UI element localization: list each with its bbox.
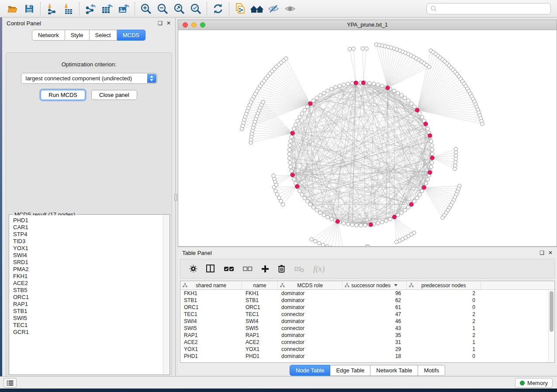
cell-predecessor-nodes[interactable]: 2 (407, 332, 481, 339)
cell-shared-name[interactable]: SWI5 (180, 325, 242, 332)
graph-node[interactable] (311, 99, 315, 102)
search-input[interactable] (437, 4, 550, 13)
column-header-name[interactable]: name (242, 281, 278, 289)
cell-predecessor-nodes[interactable]: 1 (407, 339, 481, 346)
cell-MCDS-role[interactable]: dominator (278, 297, 343, 304)
graph-hub-node[interactable] (291, 131, 294, 135)
graph-node[interactable] (352, 47, 355, 51)
mcds-list-scrollbar[interactable] (163, 215, 169, 374)
graph-node[interactable] (281, 203, 284, 206)
cell-shared-name[interactable]: PHD1 (180, 353, 242, 360)
tab-select[interactable]: Select (90, 30, 117, 41)
graph-node[interactable] (350, 223, 354, 227)
cell-predecessor-nodes[interactable]: 0 (407, 353, 481, 360)
graph-node[interactable] (396, 91, 399, 95)
mcds-result-item[interactable]: SRD1 (13, 259, 163, 266)
graph-node[interactable] (361, 47, 364, 50)
select-all-rows-button[interactable] (224, 266, 234, 272)
close-window-icon[interactable] (183, 22, 188, 28)
cell-name[interactable]: SWI5 (242, 325, 278, 332)
mcds-result-item[interactable]: SWI4 (13, 252, 163, 259)
cell-MCDS-role[interactable]: connector (278, 325, 343, 332)
memory-button[interactable]: Memory (515, 378, 553, 388)
cell-shared-name[interactable]: TEC1 (180, 311, 242, 318)
mcds-result-item[interactable]: TEC1 (13, 322, 163, 329)
graph-node[interactable] (288, 144, 291, 147)
graph-node[interactable] (415, 196, 419, 199)
mcds-result-item[interactable]: GCR1 (13, 329, 163, 336)
tab-network[interactable]: Network (32, 30, 65, 41)
graph-node[interactable] (418, 193, 422, 196)
mcds-result-item[interactable]: ORC1 (13, 294, 163, 301)
cell-MCDS-role[interactable]: dominator (278, 318, 343, 325)
cell-MCDS-role[interactable]: connector (278, 339, 343, 346)
cell-successor-nodes[interactable]: 47 (343, 311, 407, 318)
cell-shared-name[interactable]: ACE2 (180, 339, 242, 346)
graph-node[interactable] (346, 222, 349, 226)
graph-node[interactable] (272, 174, 275, 177)
cell-predecessor-nodes[interactable]: 1 (407, 325, 481, 332)
mcds-result-item[interactable]: SWI5 (13, 315, 163, 322)
graph-hub-node[interactable] (428, 134, 432, 138)
mcds-result-item[interactable]: YOX1 (13, 245, 163, 252)
graph-node[interactable] (326, 215, 329, 219)
graph-node[interactable] (288, 157, 291, 160)
show-columns-button[interactable] (206, 265, 215, 273)
column-header-MCDS-role[interactable]: MCDS role (278, 281, 343, 289)
graph-node[interactable] (381, 84, 384, 88)
graph-node[interactable] (400, 93, 403, 97)
graph-node[interactable] (308, 203, 312, 206)
graph-node[interactable] (290, 169, 293, 173)
column-header-predecessor-nodes[interactable]: predecessor nodes (407, 281, 481, 289)
column-header-shared-name[interactable]: shared name (180, 281, 242, 289)
graph-node[interactable] (376, 83, 380, 86)
graph-hub-node[interactable] (409, 203, 413, 206)
graph-hub-node[interactable] (424, 122, 428, 126)
graph-node[interactable] (424, 182, 428, 185)
cell-shared-name[interactable]: FKH1 (180, 290, 242, 297)
mcds-result-item[interactable]: STP4 (13, 231, 163, 238)
delete-columns-button[interactable] (278, 265, 285, 273)
create-column-button[interactable] (261, 265, 269, 273)
graph-node[interactable] (318, 211, 322, 214)
graph-node[interactable] (453, 164, 457, 167)
cell-MCDS-role[interactable]: dominator (278, 353, 343, 360)
global-search-field[interactable] (426, 3, 551, 14)
table-row[interactable]: ACE2ACE2connector311 (180, 339, 554, 346)
cell-predecessor-nodes[interactable]: 0 (407, 297, 481, 304)
cell-MCDS-role[interactable]: dominator (278, 332, 343, 339)
maximize-window-icon[interactable] (200, 22, 205, 28)
graph-hub-node[interactable] (392, 215, 396, 219)
run-mcds-button[interactable]: Run MCDS (41, 90, 85, 100)
export-table-button[interactable] (99, 2, 115, 16)
graph-node[interactable] (412, 199, 416, 203)
graph-node[interactable] (368, 82, 371, 85)
graph-node[interactable] (277, 196, 280, 199)
graph-node[interactable] (418, 112, 422, 115)
cell-shared-name[interactable]: RAP1 (180, 332, 242, 339)
graph-node[interactable] (279, 199, 283, 203)
show-task-history-button[interactable] (3, 378, 17, 388)
float-table-panel-icon[interactable]: ❑ (540, 250, 544, 255)
cell-shared-name[interactable]: STB1 (180, 297, 242, 304)
cell-shared-name[interactable]: YOX1 (180, 346, 242, 353)
cell-successor-nodes[interactable]: 29 (343, 346, 407, 353)
graph-node[interactable] (430, 148, 434, 151)
zoom-fit-button[interactable] (171, 2, 187, 16)
graph-node[interactable] (321, 243, 325, 246)
graph-node[interactable] (325, 244, 329, 246)
graph-node[interactable] (384, 219, 388, 222)
graph-hub-node[interactable] (308, 102, 312, 106)
table-row[interactable]: SWI5SWI5connector431 (180, 325, 554, 332)
close-table-panel-icon[interactable]: ✕ (548, 250, 553, 255)
graph-hub-node[interactable] (291, 173, 294, 177)
network-canvas[interactable] (178, 30, 557, 246)
graph-node[interactable] (359, 224, 363, 227)
export-network-button[interactable] (82, 2, 99, 16)
graph-node[interactable] (330, 87, 333, 91)
graph-node[interactable] (430, 152, 434, 156)
graph-node[interactable] (305, 105, 309, 108)
graph-node[interactable] (287, 152, 291, 156)
graph-node[interactable] (394, 240, 398, 244)
graph-node[interactable] (326, 89, 329, 93)
